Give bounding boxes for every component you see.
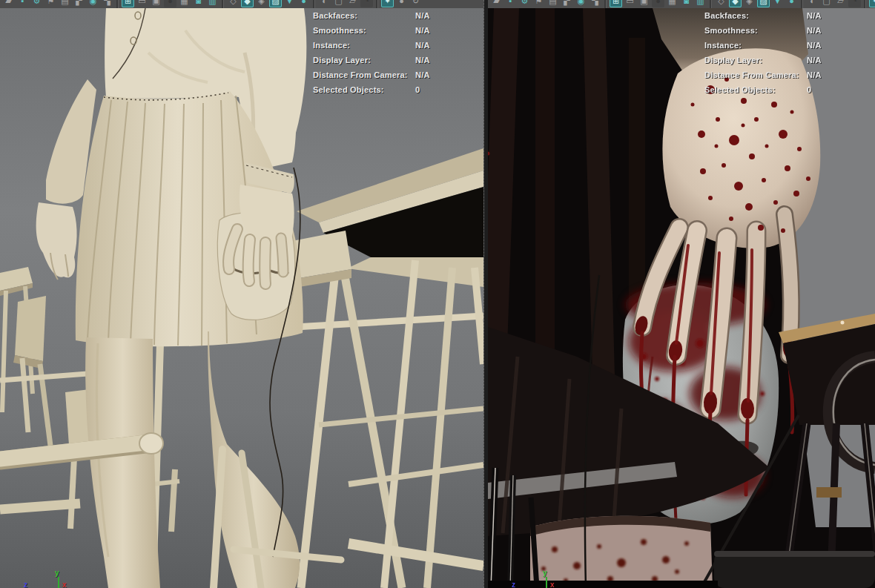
safe-title-icon[interactable]: ▥ <box>206 0 219 7</box>
sphere-icon[interactable]: ● <box>395 0 408 7</box>
hud-value: 0 <box>807 85 811 94</box>
axis-y-label: y <box>55 569 59 577</box>
resolution-gate-icon[interactable]: ▣ <box>150 0 162 7</box>
toolbar-separator <box>801 0 803 8</box>
hud-value: N/A <box>415 56 430 65</box>
axis-y-line <box>58 577 59 588</box>
hud-label: Selected Objects: <box>704 85 776 94</box>
hud-row: Display Layer:N/A <box>311 53 482 68</box>
hud-row: Instance:N/A <box>703 39 874 53</box>
textured-cube-icon[interactable]: ◈ <box>743 0 756 7</box>
hud-row: Distance From Camera:N/A <box>311 68 482 83</box>
toolbar-separator <box>604 0 607 8</box>
xray-icon[interactable]: ▢ <box>332 0 345 7</box>
checker-sphere-icon[interactable]: ▨ <box>757 0 770 7</box>
hud-row: Display Layer:N/A <box>703 53 874 68</box>
lights-icon[interactable]: ▼ <box>771 0 784 7</box>
axis-x-label: x <box>62 581 67 588</box>
hud-row: Instance:N/A <box>311 39 482 53</box>
viewport-panel-right[interactable]: Backfaces:N/A Smoothness:N/A Instance:N/… <box>488 0 875 588</box>
hud-value: 0 <box>415 85 420 94</box>
paint-effects-hand-icon[interactable]: ✦ <box>869 0 875 7</box>
shaded-cube-icon[interactable]: ◆ <box>241 0 254 7</box>
shadows-sphere-icon[interactable]: ● <box>297 0 310 7</box>
toolbar-separator <box>116 0 119 8</box>
axis-x-label: x <box>550 581 555 588</box>
hud-row: Backfaces:N/A <box>311 9 482 24</box>
snap-icon[interactable]: ▚ <box>589 0 601 7</box>
bookmark-icon[interactable]: ⚑ <box>44 0 57 7</box>
viewport-right-scene[interactable]: Backfaces:N/A Smoothness:N/A Instance:N/… <box>488 8 875 588</box>
hud-label: Distance From Camera: <box>704 70 799 79</box>
pan-zoom-icon[interactable]: ◉ <box>575 0 587 7</box>
grease-pencil-icon[interactable]: ▞ <box>561 0 573 7</box>
paint-effects-hand-icon[interactable]: ✦ <box>381 0 394 7</box>
viewport-left-scene[interactable]: Backfaces:N/A Smoothness:N/A Instance:N/… <box>0 8 483 588</box>
toolbar-separator <box>222 0 224 8</box>
select-camera-icon[interactable]: ▰ <box>2 0 15 7</box>
hud-label: Selected Objects: <box>313 85 384 94</box>
hud-row: Distance From Camera:N/A <box>703 68 874 83</box>
hud-label: Smoothness: <box>313 26 366 35</box>
panel-toolbar: ▰▪⚙⚑▤▞◉▚⊞▭▣●▦◙▥◇◆◈▨▼●◐▢▱◔✦●↻ <box>488 0 875 8</box>
xray-joints-icon[interactable]: ▱ <box>346 0 359 7</box>
gate-mask-icon[interactable]: ● <box>652 0 664 7</box>
hud-label: Backfaces: <box>313 11 357 20</box>
snap-icon[interactable]: ▚ <box>101 0 113 7</box>
xray-icon[interactable]: ▢ <box>820 0 833 7</box>
viewport-panel-left[interactable]: Backfaces:N/A Smoothness:N/A Instance:N/… <box>0 0 483 588</box>
hud-label: Instance: <box>704 41 742 50</box>
film-gate-icon[interactable]: ▭ <box>136 0 148 7</box>
hud-value: N/A <box>807 41 822 50</box>
textured-cube-icon[interactable]: ◈ <box>255 0 268 7</box>
hud-row: Selected Objects:0 <box>703 83 874 98</box>
camera-attributes-gear-icon[interactable]: ⚙ <box>30 0 43 7</box>
camera-attributes-gear-icon[interactable]: ⚙ <box>518 0 531 7</box>
hud-label: Display Layer: <box>313 56 371 65</box>
shadows-sphere-icon[interactable]: ● <box>785 0 798 7</box>
field-chart-icon[interactable]: ▦ <box>666 0 678 7</box>
refresh-icon[interactable]: ↻ <box>409 0 422 7</box>
safe-title-icon[interactable]: ▥ <box>694 0 707 7</box>
hud-label: Distance From Camera: <box>313 70 408 79</box>
isolate-select-icon[interactable]: ◐ <box>318 0 331 7</box>
grid-icon[interactable]: ⊞ <box>122 0 134 7</box>
lock-camera-icon[interactable]: ▪ <box>16 0 29 7</box>
heads-up-display: Backfaces:N/A Smoothness:N/A Instance:N/… <box>311 9 482 98</box>
safe-action-icon[interactable]: ◙ <box>192 0 205 7</box>
wireframe-cube-icon[interactable]: ◇ <box>227 0 240 7</box>
panel-toolbar: ▰▪⚙⚑▤▞◉▚⊞▭▣●▦◙▥◇◆◈▨▼●◐▢▱◔✦●↻ <box>0 0 483 8</box>
exposure-icon[interactable]: ◔ <box>360 0 373 7</box>
pan-zoom-icon[interactable]: ◉ <box>87 0 99 7</box>
toolbar-separator <box>376 0 378 8</box>
select-camera-icon[interactable]: ▰ <box>490 0 503 7</box>
shaded-cube-icon[interactable]: ◆ <box>729 0 742 7</box>
image-plane-icon[interactable]: ▤ <box>59 0 71 7</box>
hud-row: Smoothness:N/A <box>311 24 482 39</box>
toolbar-separator <box>313 0 315 8</box>
hud-value: N/A <box>415 70 430 79</box>
safe-action-icon[interactable]: ◙ <box>680 0 693 7</box>
lock-camera-icon[interactable]: ▪ <box>504 0 517 7</box>
heads-up-display: Backfaces:N/A Smoothness:N/A Instance:N/… <box>703 9 874 98</box>
checker-sphere-icon[interactable]: ▨ <box>269 0 282 7</box>
hud-value: N/A <box>415 26 430 35</box>
gate-mask-icon[interactable]: ● <box>164 0 176 7</box>
exposure-icon[interactable]: ◔ <box>848 0 861 7</box>
field-chart-icon[interactable]: ▦ <box>178 0 191 7</box>
hud-label: Display Layer: <box>704 56 762 65</box>
resolution-gate-icon[interactable]: ▣ <box>638 0 650 7</box>
hud-label: Instance: <box>313 41 350 50</box>
grid-icon[interactable]: ⊞ <box>610 0 622 7</box>
view-axis-gizmo: y z x <box>510 569 562 588</box>
xray-joints-icon[interactable]: ▱ <box>834 0 847 7</box>
toolbar-separator <box>710 0 712 8</box>
isolate-select-icon[interactable]: ◐ <box>806 0 819 7</box>
bookmark-icon[interactable]: ⚑ <box>532 0 545 7</box>
image-plane-icon[interactable]: ▤ <box>547 0 559 7</box>
axis-y-line <box>546 577 547 588</box>
lights-icon[interactable]: ▼ <box>283 0 296 7</box>
film-gate-icon[interactable]: ▭ <box>624 0 636 7</box>
grease-pencil-icon[interactable]: ▞ <box>73 0 85 7</box>
wireframe-cube-icon[interactable]: ◇ <box>715 0 727 7</box>
